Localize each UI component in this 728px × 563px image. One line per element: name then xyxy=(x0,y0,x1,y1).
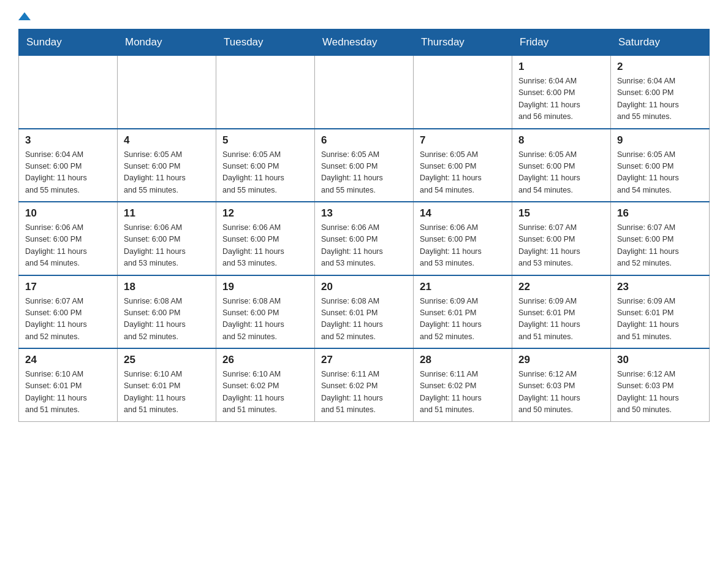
calendar-cell: 7Sunrise: 6:05 AM Sunset: 6:00 PM Daylig… xyxy=(414,129,512,202)
day-number: 4 xyxy=(124,134,210,147)
calendar-cell: 19Sunrise: 6:08 AM Sunset: 6:00 PM Dayli… xyxy=(216,275,315,349)
day-number: 21 xyxy=(420,281,506,293)
calendar-week-row: 17Sunrise: 6:07 AM Sunset: 6:00 PM Dayli… xyxy=(19,275,710,349)
calendar-table: SundayMondayTuesdayWednesdayThursdayFrid… xyxy=(18,29,710,422)
col-header-monday: Monday xyxy=(118,29,216,55)
calendar-cell: 15Sunrise: 6:07 AM Sunset: 6:00 PM Dayli… xyxy=(512,202,611,275)
day-info: Sunrise: 6:09 AM Sunset: 6:01 PM Dayligh… xyxy=(420,296,506,343)
day-number: 10 xyxy=(25,207,111,220)
calendar-cell: 23Sunrise: 6:09 AM Sunset: 6:01 PM Dayli… xyxy=(611,275,710,349)
calendar-cell: 16Sunrise: 6:07 AM Sunset: 6:00 PM Dayli… xyxy=(611,202,710,275)
col-header-thursday: Thursday xyxy=(414,29,512,55)
day-info: Sunrise: 6:08 AM Sunset: 6:01 PM Dayligh… xyxy=(321,296,407,343)
calendar-cell: 29Sunrise: 6:12 AM Sunset: 6:03 PM Dayli… xyxy=(512,348,611,421)
day-info: Sunrise: 6:06 AM Sunset: 6:00 PM Dayligh… xyxy=(124,222,210,270)
day-info: Sunrise: 6:04 AM Sunset: 6:00 PM Dayligh… xyxy=(518,75,604,123)
day-number: 8 xyxy=(518,134,604,147)
calendar-cell xyxy=(414,55,512,129)
calendar-cell: 27Sunrise: 6:11 AM Sunset: 6:02 PM Dayli… xyxy=(315,348,414,421)
day-number: 27 xyxy=(321,354,407,366)
day-info: Sunrise: 6:10 AM Sunset: 6:02 PM Dayligh… xyxy=(222,369,308,416)
day-number: 13 xyxy=(321,207,407,220)
calendar-cell: 25Sunrise: 6:10 AM Sunset: 6:01 PM Dayli… xyxy=(118,348,216,421)
logo-blue-part xyxy=(18,12,31,21)
day-info: Sunrise: 6:06 AM Sunset: 6:00 PM Dayligh… xyxy=(25,222,111,270)
day-number: 17 xyxy=(25,281,111,293)
day-number: 26 xyxy=(222,354,308,366)
col-header-friday: Friday xyxy=(512,29,611,55)
day-number: 15 xyxy=(518,207,604,220)
calendar-week-row: 1Sunrise: 6:04 AM Sunset: 6:00 PM Daylig… xyxy=(19,55,710,129)
day-info: Sunrise: 6:05 AM Sunset: 6:00 PM Dayligh… xyxy=(617,149,703,197)
day-number: 20 xyxy=(321,281,407,293)
day-number: 30 xyxy=(617,354,703,366)
day-number: 14 xyxy=(420,207,506,220)
day-number: 19 xyxy=(222,281,308,293)
day-info: Sunrise: 6:04 AM Sunset: 6:00 PM Dayligh… xyxy=(617,75,703,123)
day-info: Sunrise: 6:10 AM Sunset: 6:01 PM Dayligh… xyxy=(124,369,210,416)
day-number: 2 xyxy=(617,61,703,73)
calendar-cell: 21Sunrise: 6:09 AM Sunset: 6:01 PM Dayli… xyxy=(414,275,512,349)
calendar-cell: 17Sunrise: 6:07 AM Sunset: 6:00 PM Dayli… xyxy=(19,275,118,349)
calendar-week-row: 3Sunrise: 6:04 AM Sunset: 6:00 PM Daylig… xyxy=(19,129,710,202)
calendar-cell: 10Sunrise: 6:06 AM Sunset: 6:00 PM Dayli… xyxy=(19,202,118,275)
calendar-cell xyxy=(19,55,118,129)
calendar-cell: 2Sunrise: 6:04 AM Sunset: 6:00 PM Daylig… xyxy=(611,55,710,129)
day-info: Sunrise: 6:08 AM Sunset: 6:00 PM Dayligh… xyxy=(222,296,308,343)
day-number: 3 xyxy=(25,134,111,147)
calendar-cell: 8Sunrise: 6:05 AM Sunset: 6:00 PM Daylig… xyxy=(512,129,611,202)
calendar-cell: 22Sunrise: 6:09 AM Sunset: 6:01 PM Dayli… xyxy=(512,275,611,349)
day-info: Sunrise: 6:06 AM Sunset: 6:00 PM Dayligh… xyxy=(420,222,506,270)
page-header xyxy=(18,12,710,17)
day-number: 24 xyxy=(25,354,111,366)
day-number: 28 xyxy=(420,354,506,366)
day-info: Sunrise: 6:05 AM Sunset: 6:00 PM Dayligh… xyxy=(518,149,604,197)
day-info: Sunrise: 6:09 AM Sunset: 6:01 PM Dayligh… xyxy=(617,296,703,343)
day-info: Sunrise: 6:10 AM Sunset: 6:01 PM Dayligh… xyxy=(25,369,111,416)
day-number: 25 xyxy=(124,354,210,366)
day-number: 23 xyxy=(617,281,703,293)
day-number: 16 xyxy=(617,207,703,220)
day-number: 6 xyxy=(321,134,407,147)
day-info: Sunrise: 6:11 AM Sunset: 6:02 PM Dayligh… xyxy=(321,369,407,416)
calendar-cell: 28Sunrise: 6:11 AM Sunset: 6:02 PM Dayli… xyxy=(414,348,512,421)
day-number: 12 xyxy=(222,207,308,220)
day-info: Sunrise: 6:06 AM Sunset: 6:00 PM Dayligh… xyxy=(222,222,308,270)
calendar-cell: 14Sunrise: 6:06 AM Sunset: 6:00 PM Dayli… xyxy=(414,202,512,275)
day-info: Sunrise: 6:06 AM Sunset: 6:00 PM Dayligh… xyxy=(321,222,407,270)
calendar-cell: 11Sunrise: 6:06 AM Sunset: 6:00 PM Dayli… xyxy=(118,202,216,275)
day-info: Sunrise: 6:07 AM Sunset: 6:00 PM Dayligh… xyxy=(518,222,604,270)
day-number: 29 xyxy=(518,354,604,366)
calendar-cell: 12Sunrise: 6:06 AM Sunset: 6:00 PM Dayli… xyxy=(216,202,315,275)
day-info: Sunrise: 6:05 AM Sunset: 6:00 PM Dayligh… xyxy=(321,149,407,197)
calendar-cell: 5Sunrise: 6:05 AM Sunset: 6:00 PM Daylig… xyxy=(216,129,315,202)
calendar-week-row: 10Sunrise: 6:06 AM Sunset: 6:00 PM Dayli… xyxy=(19,202,710,275)
calendar-cell: 26Sunrise: 6:10 AM Sunset: 6:02 PM Dayli… xyxy=(216,348,315,421)
day-number: 11 xyxy=(124,207,210,220)
logo xyxy=(18,12,31,17)
day-number: 9 xyxy=(617,134,703,147)
calendar-cell: 9Sunrise: 6:05 AM Sunset: 6:00 PM Daylig… xyxy=(611,129,710,202)
calendar-cell xyxy=(118,55,216,129)
day-number: 1 xyxy=(518,61,604,73)
day-info: Sunrise: 6:07 AM Sunset: 6:00 PM Dayligh… xyxy=(617,222,703,270)
calendar-header-row: SundayMondayTuesdayWednesdayThursdayFrid… xyxy=(19,29,710,55)
calendar-cell: 4Sunrise: 6:05 AM Sunset: 6:00 PM Daylig… xyxy=(118,129,216,202)
calendar-cell: 30Sunrise: 6:12 AM Sunset: 6:03 PM Dayli… xyxy=(611,348,710,421)
day-info: Sunrise: 6:09 AM Sunset: 6:01 PM Dayligh… xyxy=(518,296,604,343)
calendar-cell: 18Sunrise: 6:08 AM Sunset: 6:00 PM Dayli… xyxy=(118,275,216,349)
day-info: Sunrise: 6:05 AM Sunset: 6:00 PM Dayligh… xyxy=(420,149,506,197)
day-number: 7 xyxy=(420,134,506,147)
calendar-cell: 13Sunrise: 6:06 AM Sunset: 6:00 PM Dayli… xyxy=(315,202,414,275)
day-info: Sunrise: 6:07 AM Sunset: 6:00 PM Dayligh… xyxy=(25,296,111,343)
col-header-saturday: Saturday xyxy=(611,29,710,55)
calendar-cell xyxy=(216,55,315,129)
calendar-cell: 1Sunrise: 6:04 AM Sunset: 6:00 PM Daylig… xyxy=(512,55,611,129)
day-info: Sunrise: 6:12 AM Sunset: 6:03 PM Dayligh… xyxy=(518,369,604,416)
calendar-cell: 24Sunrise: 6:10 AM Sunset: 6:01 PM Dayli… xyxy=(19,348,118,421)
day-info: Sunrise: 6:08 AM Sunset: 6:00 PM Dayligh… xyxy=(124,296,210,343)
day-info: Sunrise: 6:05 AM Sunset: 6:00 PM Dayligh… xyxy=(124,149,210,197)
calendar-cell: 6Sunrise: 6:05 AM Sunset: 6:00 PM Daylig… xyxy=(315,129,414,202)
day-info: Sunrise: 6:04 AM Sunset: 6:00 PM Dayligh… xyxy=(25,149,111,197)
col-header-tuesday: Tuesday xyxy=(216,29,315,55)
